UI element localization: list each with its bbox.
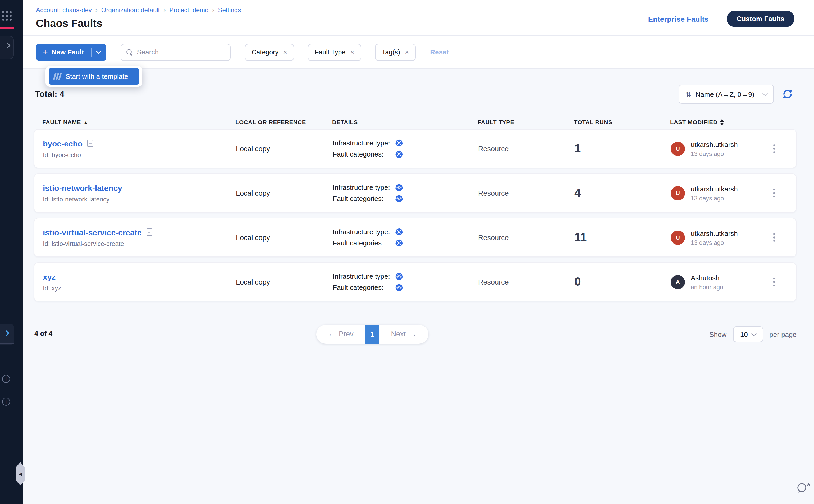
- column-fault-name[interactable]: FAULT NAME▲: [42, 119, 235, 125]
- filter-chip-tags[interactable]: Tag(s) ×: [375, 44, 416, 61]
- chevron-down-icon: [751, 331, 757, 336]
- fault-type-cell: Resource: [478, 278, 574, 286]
- sort-updown-icon: [720, 119, 724, 125]
- fault-name-cell: istio-network-latency Id: istio-network-…: [43, 183, 236, 203]
- module-grid-icon[interactable]: [2, 11, 12, 21]
- show-label: Show: [709, 330, 726, 338]
- modified-by-user: utkarsh.utkarsh: [691, 185, 738, 193]
- sort-asc-icon: ▲: [84, 120, 88, 125]
- refresh-icon[interactable]: [782, 88, 793, 100]
- breadcrumb-account[interactable]: Account: chaos-dev: [36, 6, 92, 14]
- modified-by-user: utkarsh.utkarsh: [691, 229, 738, 237]
- close-icon[interactable]: ×: [405, 48, 409, 56]
- fault-name-link[interactable]: xyz: [43, 272, 56, 281]
- filter-chip-category[interactable]: Category ×: [245, 44, 294, 61]
- fault-id: Id: xyz: [43, 284, 236, 292]
- infrastructure-type-label: Infrastructure type:: [333, 184, 395, 191]
- new-fault-split-button[interactable]: + New Fault: [36, 44, 106, 61]
- kubernetes-icon: [395, 184, 403, 191]
- table-row[interactable]: xyz Id: xyz Local copy Infrastructure ty…: [34, 262, 797, 301]
- main-area: Account: chaos-dev › Organization: defau…: [23, 0, 814, 504]
- row-menu-button[interactable]: [771, 276, 777, 288]
- infrastructure-type-label: Infrastructure type:: [333, 228, 395, 236]
- avatar: A: [671, 275, 685, 289]
- close-icon[interactable]: ×: [350, 48, 354, 56]
- next-page-button[interactable]: Next →: [379, 325, 428, 344]
- custom-faults-button[interactable]: Custom Faults: [726, 11, 794, 27]
- table-row[interactable]: byoc-echo Id: byoc-echo Local copy Infra…: [34, 129, 797, 168]
- info-icon[interactable]: i: [2, 375, 10, 383]
- column-last-modified[interactable]: LAST MODIFIED: [670, 119, 797, 125]
- filter-chip-fault-type[interactable]: Fault Type ×: [308, 44, 361, 61]
- pagination: 4 of 4 ← Prev 1 Next → Show 10: [34, 325, 797, 344]
- total-runs-cell: 1: [574, 142, 671, 155]
- total-runs-cell: 0: [574, 275, 671, 289]
- details-cell: Infrastructure type: Fault categories:: [333, 182, 478, 204]
- last-modified-cell: U utkarsh.utkarsh 13 days ago: [671, 140, 796, 157]
- kubernetes-icon: [395, 195, 403, 203]
- row-menu-button[interactable]: [771, 142, 777, 155]
- column-local-or-reference: LOCAL OR REFERENCE: [235, 119, 332, 125]
- plus-icon: +: [43, 47, 48, 57]
- details-cell: Infrastructure type: Fault categories:: [333, 138, 478, 160]
- filter-label: Fault Type: [315, 48, 345, 56]
- breadcrumb-settings[interactable]: Settings: [218, 6, 241, 14]
- fault-name-cell: xyz Id: xyz: [43, 272, 236, 292]
- details-cell: Infrastructure type: Fault categories:: [333, 271, 478, 293]
- prev-page-button[interactable]: ← Prev: [316, 325, 365, 344]
- new-fault-button[interactable]: + New Fault: [36, 47, 91, 57]
- total-count-label: Total: 4: [35, 89, 64, 99]
- new-fault-menu-button[interactable]: [92, 51, 106, 53]
- nav-expand-panel[interactable]: [0, 36, 14, 59]
- breadcrumb-organization[interactable]: Organization: default: [101, 6, 160, 14]
- filter-label: Category: [252, 48, 278, 56]
- local-or-reference-cell: Local copy: [236, 278, 333, 286]
- per-page-select[interactable]: 10: [733, 326, 763, 342]
- local-or-reference-cell: Local copy: [236, 189, 333, 197]
- fault-name-link[interactable]: istio-network-latency: [43, 183, 122, 192]
- fault-categories-label: Fault categories:: [333, 150, 395, 158]
- fault-type-cell: Resource: [478, 233, 574, 241]
- current-page-button[interactable]: 1: [365, 325, 379, 344]
- fault-id: Id: byoc-echo: [43, 151, 236, 158]
- infrastructure-type-label: Infrastructure type:: [333, 272, 395, 280]
- kubernetes-icon: [395, 239, 403, 247]
- fault-name-link[interactable]: byoc-echo: [43, 139, 83, 148]
- toolbar: + New Fault Category × Fault Type ×: [23, 36, 814, 69]
- chevron-down-icon: [96, 49, 102, 54]
- fault-rows: byoc-echo Id: byoc-echo Local copy Infra…: [34, 129, 797, 301]
- row-menu-button[interactable]: [771, 187, 777, 200]
- table-header-row: FAULT NAME▲ LOCAL OR REFERENCE DETAILS F…: [34, 115, 797, 129]
- breadcrumb-project[interactable]: Project: demo: [169, 6, 208, 14]
- table-row[interactable]: istio-virtual-service-create Id: istio-v…: [34, 218, 797, 257]
- enterprise-faults-link[interactable]: Enterprise Faults: [648, 15, 709, 23]
- row-range-label: 4 of 4: [34, 329, 52, 337]
- close-icon[interactable]: ×: [283, 48, 287, 56]
- new-fault-label: New Fault: [52, 48, 84, 56]
- reset-filters-link[interactable]: Reset: [430, 48, 449, 56]
- fault-type-cell: Resource: [478, 189, 574, 197]
- sort-arrows-icon: ⇅: [685, 90, 691, 98]
- column-total-runs: TOTAL RUNS: [574, 119, 670, 125]
- infrastructure-type-label: Infrastructure type:: [333, 139, 395, 147]
- start-with-template-item[interactable]: Start with a template: [49, 68, 139, 85]
- fault-name-link[interactable]: istio-virtual-service-create: [43, 228, 142, 237]
- fault-name-cell: istio-virtual-service-create Id: istio-v…: [43, 228, 236, 247]
- column-details: DETAILS: [332, 119, 478, 125]
- info-icon[interactable]: i: [2, 398, 10, 406]
- document-icon: [87, 140, 93, 147]
- chat-help-icon[interactable]: [796, 482, 813, 498]
- breadcrumb-separator: ›: [163, 6, 166, 14]
- sidebar-divider: [0, 343, 14, 344]
- row-menu-button[interactable]: [771, 231, 777, 244]
- modified-time: 13 days ago: [691, 239, 738, 246]
- table-row[interactable]: istio-network-latency Id: istio-network-…: [34, 173, 797, 213]
- fault-id: Id: istio-virtual-service-create: [43, 240, 236, 247]
- search-box[interactable]: [121, 44, 231, 61]
- left-nav-sidebar: i i: [0, 0, 23, 504]
- sort-select[interactable]: ⇅ Name (A→Z, 0→9): [679, 85, 774, 104]
- sidebar-expand-button[interactable]: [0, 324, 14, 345]
- search-input[interactable]: [137, 48, 225, 56]
- sidebar-divider: [0, 451, 14, 451]
- page-header: Account: chaos-dev › Organization: defau…: [23, 0, 814, 36]
